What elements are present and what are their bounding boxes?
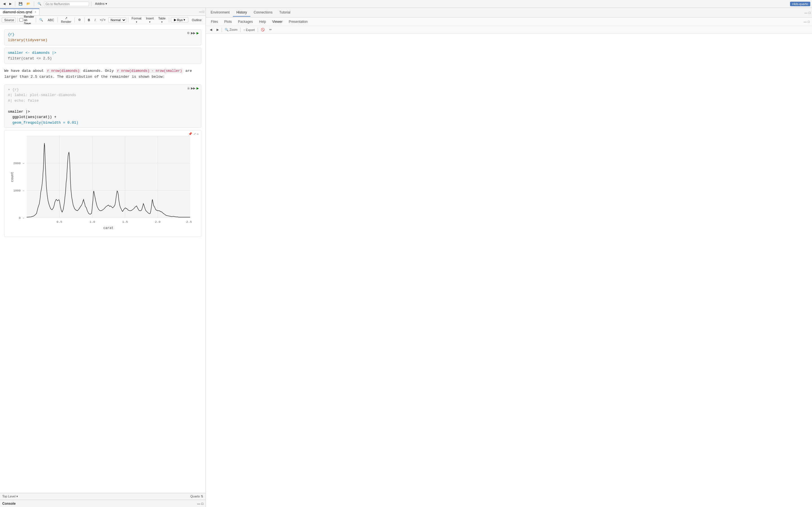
chunk-run-btn-2[interactable]: ▶ (197, 87, 199, 90)
style-select[interactable]: Normal (108, 17, 126, 22)
sep3 (91, 1, 91, 6)
chunk-comment-1: #| label: plot-smaller-diamonds (8, 93, 76, 97)
plot-expand-btn[interactable]: ⤢ (193, 132, 196, 136)
nav-back-btn[interactable]: ◀ (2, 2, 7, 6)
chunk-run-all-btn-2[interactable]: ▶▶ (191, 87, 195, 90)
library-call: library(tidyverse) (8, 38, 47, 42)
save-btn[interactable]: 💾 (17, 2, 24, 6)
status-format[interactable]: Quarto ⇅ (190, 495, 203, 498)
format-btn[interactable]: Format (130, 16, 143, 24)
open-btn[interactable]: 📂 (25, 2, 32, 6)
viewer-zoom-btn[interactable]: 🔍 Zoom (223, 27, 239, 32)
viewer-export-btn[interactable]: ↑ Export (242, 27, 256, 32)
close-icon[interactable]: × (35, 10, 36, 13)
top-toolbar: ◀ ▶ 💾 📂 🔍 Addins ▾ r4ds-quarto (0, 0, 812, 8)
editor-content[interactable]: ⚙ ▶▶ ▶ {r} library(tidyverse) smaller <-… (0, 24, 206, 493)
run-options-btn[interactable]: ⚙ (77, 18, 83, 22)
sep-toolbar5 (84, 17, 85, 22)
sub-tab-plots[interactable]: Plots (221, 18, 235, 25)
code-btn[interactable]: </> (98, 18, 107, 22)
file-tab-diamond[interactable]: diamond-sizes.qmd × (0, 8, 40, 15)
sub-tab-files[interactable]: Files (208, 18, 221, 25)
plot-close-btn[interactable]: × (197, 132, 199, 136)
x-label-10: 1.0 (90, 220, 95, 224)
file-tab-name: diamond-sizes.qmd (3, 10, 32, 14)
editor-toolbar: Source Visual Render on Save 🔍 ABC ↗ Ren… (0, 16, 206, 24)
spell-btn[interactable]: ABC (46, 18, 56, 22)
viewer-brush-btn[interactable]: ✏ (267, 27, 273, 32)
y-label-2000: 2000 – (13, 162, 24, 165)
chunk-expand-btn[interactable]: ⇊ (187, 87, 190, 90)
console-controls: — □ (197, 502, 203, 505)
left-pane: diamond-sizes.qmd × — □ Source Visual Re… (0, 8, 206, 507)
outline-btn[interactable]: Outline (190, 18, 204, 22)
minimize-right-btn[interactable]: — (804, 11, 808, 14)
chunk-run-btn[interactable]: ▶ (197, 31, 199, 35)
search-input[interactable] (44, 2, 89, 6)
tab-environment[interactable]: Environment (207, 9, 233, 17)
source-visual-toggle: Source Visual (2, 17, 16, 22)
tab-connections[interactable]: Connections (250, 9, 276, 17)
find-replace-btn[interactable]: 🔍 (38, 18, 45, 22)
bold-btn[interactable]: B (86, 18, 92, 22)
addins-btn[interactable]: Addins ▾ (93, 2, 109, 6)
maximize-editor-btn[interactable]: □ (202, 10, 204, 13)
insert-btn[interactable]: Insert (144, 16, 156, 24)
inline-code-2: r nrow(diamonds) - nrow(smaller) (116, 69, 183, 73)
tab-tutorial[interactable]: Tutorial (276, 9, 294, 17)
viewer-clear-btn[interactable]: 🚫 (259, 27, 266, 32)
render-btn[interactable]: ↗ Render (59, 16, 73, 24)
sep-toolbar2 (36, 17, 36, 22)
chunk-controls-1: ⚙ ▶▶ ▶ (187, 31, 199, 35)
chunk-run-all-btn[interactable]: ▶▶ (191, 31, 195, 35)
nav-fwd-btn[interactable]: ▶ (8, 2, 13, 6)
minimize-sub-btn[interactable]: — (804, 20, 807, 23)
right-sub-tab-controls: — □ (804, 20, 810, 23)
viewer-content (206, 34, 812, 507)
minimize-editor-btn[interactable]: — (199, 10, 202, 13)
right-top-tabs: Environment History Connections Tutorial… (206, 8, 812, 17)
code-line-2: filter(carat <= 2.5) (8, 56, 52, 61)
x-axis-label: carat (103, 226, 113, 230)
console-label: Console (2, 502, 15, 506)
console-minimize-btn[interactable]: — (197, 502, 200, 505)
viewer-toolbar: ◀ ▶ 🔍 Zoom ↑ Export 🚫 ✏ (206, 26, 812, 34)
viewer-sep3 (258, 27, 258, 32)
right-sub-tabs: Files Plots Packages Help Viewer Present… (206, 17, 812, 26)
sub-tab-packages[interactable]: Packages (235, 18, 256, 25)
sep2 (34, 1, 34, 6)
maximize-sub-btn[interactable]: □ (808, 20, 810, 23)
viewer-sep2 (240, 27, 241, 32)
tab-history[interactable]: History (233, 9, 250, 17)
console-maximize-btn[interactable]: □ (201, 502, 203, 505)
main-area: diamond-sizes.qmd × — □ Source Visual Re… (0, 8, 812, 507)
render-on-save-checkbox[interactable] (19, 18, 23, 22)
sub-tab-help[interactable]: Help (256, 18, 269, 25)
user-badge: r4ds-quarto (790, 2, 810, 6)
x-label-20: 2.0 (155, 220, 161, 224)
run-btn[interactable]: ▶ Run ▾ (171, 17, 188, 22)
find-btn[interactable]: 🔍 (36, 2, 43, 6)
sep-toolbar7 (169, 17, 169, 22)
italic-btn[interactable]: I (93, 18, 97, 22)
viewer-sep1 (221, 27, 222, 32)
chunk-lang-3: ▾ {r} (8, 88, 19, 92)
table-btn[interactable]: Table (156, 16, 167, 24)
plot-pin-btn[interactable]: 📌 (188, 132, 192, 136)
chunk-comment-2: #| echo: false (8, 99, 39, 103)
status-level[interactable]: Top Level ▾ (2, 495, 18, 498)
chunk-settings-btn[interactable]: ⚙ (187, 31, 190, 35)
chunk-controls-3: ⇊ ▶▶ ▶ (187, 87, 199, 90)
chunk-line-2: ggplot(aes(carat)) + (8, 114, 56, 120)
right-tab-controls: — □ (804, 11, 811, 14)
viewer-fwd-btn[interactable]: ▶ (215, 27, 220, 32)
maximize-right-btn[interactable]: □ (809, 11, 811, 14)
plot-container: 📌 ⤢ × (4, 130, 201, 237)
y-axis-label: count (10, 172, 14, 182)
source-btn[interactable]: Source (2, 18, 16, 22)
viewer-back-btn[interactable]: ◀ (208, 27, 214, 32)
sub-tab-viewer[interactable]: Viewer (269, 18, 285, 25)
sub-tab-presentation[interactable]: Presentation (286, 18, 310, 25)
x-label-05: 0.5 (57, 220, 62, 224)
inline-code-1: r nrow(diamonds) (46, 69, 81, 73)
